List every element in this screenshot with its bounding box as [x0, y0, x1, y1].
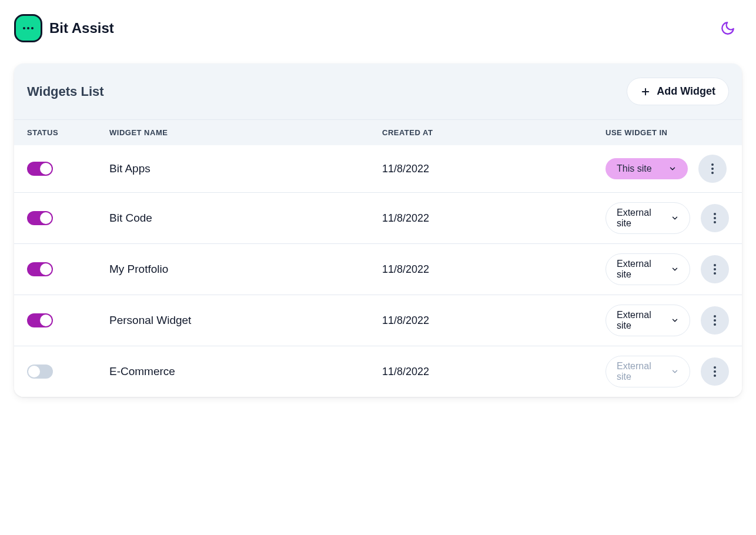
use-widget-select-label: This site	[617, 163, 652, 174]
use-widget-cell: External site	[606, 305, 729, 336]
table-row: Personal Widget11/8/2022External site	[14, 295, 742, 346]
chevron-down-icon	[668, 165, 677, 173]
chevron-down-icon	[671, 265, 679, 273]
col-created-at: Created At	[382, 120, 606, 145]
table-row: Bit Code11/8/2022External site	[14, 193, 742, 244]
card-title: Widgets List	[27, 84, 104, 99]
chevron-down-icon	[671, 367, 679, 376]
row-actions-button[interactable]	[701, 204, 729, 232]
col-widget-name: Widget Name	[109, 120, 382, 145]
chevron-down-icon	[671, 214, 679, 222]
use-widget-cell: External site	[606, 356, 729, 387]
table-header-row: Status Widget Name Created At Use Widget…	[14, 119, 742, 145]
add-widget-button[interactable]: Add Widget	[627, 78, 729, 105]
status-toggle[interactable]	[27, 262, 53, 276]
chevron-down-icon	[671, 316, 679, 325]
status-toggle[interactable]	[27, 313, 53, 327]
created-at-cell: 11/8/2022	[382, 263, 606, 276]
widget-name-cell[interactable]: Personal Widget	[109, 314, 382, 327]
use-widget-select-label: External site	[617, 208, 664, 229]
dots-vertical-icon	[714, 366, 716, 377]
theme-toggle-button[interactable]	[714, 14, 742, 42]
use-widget-select: External site	[606, 356, 690, 387]
created-at-cell: 11/8/2022	[382, 315, 606, 327]
use-widget-select[interactable]: External site	[606, 202, 690, 234]
brand-block: Bit Assist	[14, 14, 114, 42]
add-widget-label: Add Widget	[657, 85, 715, 98]
widget-name-cell[interactable]: Bit Code	[109, 212, 382, 225]
use-widget-cell: External site	[606, 202, 729, 234]
app-title: Bit Assist	[49, 20, 114, 36]
plus-icon	[640, 86, 651, 97]
row-actions-button[interactable]	[701, 255, 729, 283]
status-toggle[interactable]	[27, 211, 53, 225]
use-widget-cell: External site	[606, 253, 729, 285]
col-use-widget-in: Use Widget In	[606, 120, 729, 145]
table-body: Bit Apps11/8/2022This siteBit Code11/8/2…	[14, 145, 742, 397]
row-actions-button[interactable]	[701, 357, 729, 386]
created-at-cell: 11/8/2022	[382, 366, 606, 378]
widget-name-cell[interactable]: My Protfolio	[109, 263, 382, 276]
app-header: Bit Assist	[0, 0, 756, 56]
dots-vertical-icon	[714, 264, 716, 275]
dots-vertical-icon	[714, 315, 716, 326]
use-widget-select-label: External site	[617, 361, 664, 382]
use-widget-select-label: External site	[617, 259, 664, 280]
created-at-cell: 11/8/2022	[382, 163, 606, 175]
table-row: Bit Apps11/8/2022This site	[14, 145, 742, 193]
created-at-cell: 11/8/2022	[382, 212, 606, 225]
col-status: Status	[27, 120, 109, 145]
row-actions-button[interactable]	[701, 306, 729, 335]
use-widget-select-label: External site	[617, 310, 664, 331]
table-row: E-Commerce11/8/2022External site	[14, 346, 742, 397]
widgets-list-card: Widgets List Add Widget Status Widget Na…	[14, 63, 742, 397]
status-toggle[interactable]	[27, 365, 53, 379]
logo-icon	[14, 14, 42, 42]
card-header: Widgets List Add Widget	[14, 63, 742, 119]
use-widget-select[interactable]: External site	[606, 305, 690, 336]
row-actions-button[interactable]	[698, 155, 727, 183]
use-widget-cell: This site	[606, 155, 729, 183]
use-widget-select[interactable]: This site	[606, 158, 688, 179]
dots-vertical-icon	[714, 213, 716, 223]
status-toggle[interactable]	[27, 162, 53, 176]
moon-icon	[720, 21, 735, 36]
dots-vertical-icon	[711, 163, 714, 174]
widget-name-cell[interactable]: E-Commerce	[109, 365, 382, 378]
table-row: My Protfolio11/8/2022External site	[14, 244, 742, 295]
widget-name-cell[interactable]: Bit Apps	[109, 162, 382, 175]
use-widget-select[interactable]: External site	[606, 253, 690, 285]
